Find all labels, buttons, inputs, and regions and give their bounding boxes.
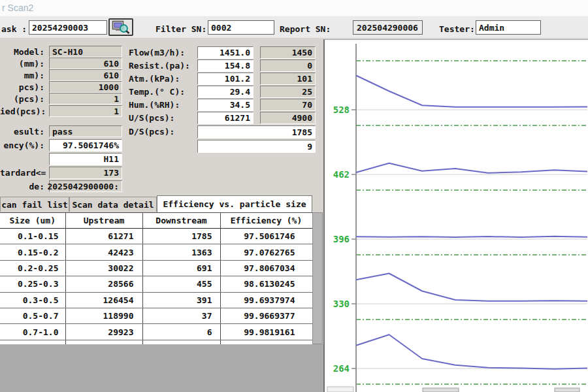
cell-downstream: 1785 [142,229,220,244]
filter-sn-input[interactable] [208,20,274,35]
axis-label-stub [327,387,353,392]
cell-upstream: 30022 [65,260,142,276]
cell-efficiency: 99.6937974 [220,292,312,308]
temp-value[interactable]: 29.4 [197,86,253,98]
qty-pcs-label: pcs): [0,82,44,92]
table-row[interactable]: 0.2-0.25 30022 691 97.8067034 [0,260,312,276]
height-mm-field: 610 [49,69,122,81]
cell-upstream: 42423 [65,244,142,260]
table-row[interactable]: 0.3-0.5 126454 391 99.6937974 [0,292,312,308]
resist-set: 0 [260,59,316,72]
chart-svg: 528462396330264 [325,40,588,392]
y-tick-label: 462 [333,169,350,180]
code-label: de: [0,182,44,191]
extra-value[interactable]: 9 [197,140,316,153]
cell-downstream: 6 [142,324,220,340]
standard-field: 173 [49,167,122,179]
title-bar: r Scan2 [0,0,588,16]
table-scrollbar[interactable] [312,212,323,344]
y-tick-label: 264 [333,363,350,374]
tab-scan-data-detail[interactable]: Scan data detail [69,197,157,212]
report-sn-value: 202504290006 [353,20,423,35]
resist-label: Resist.(pa): [129,61,190,71]
task-input[interactable] [29,20,107,35]
atm-value[interactable]: 101.2 [197,73,253,85]
hum-value[interactable]: 34.5 [197,99,253,111]
tab-scan-fail-list[interactable]: can fail list [0,197,69,212]
task-label: ask : [1,24,27,34]
pcs-label: (pcs): [0,94,44,104]
cell-size: 0.1-0.15 [0,229,65,244]
table-row[interactable]: 0.1-0.15 61271 1785 97.5061746 [0,229,312,244]
cell-upstream: 61271 [65,229,142,244]
cell-upstream: 118990 [65,308,142,323]
cell-size: 0.2-0.25 [0,260,65,276]
efficiency-field[interactable]: 97.5061746% [49,139,122,152]
height-mm-label: mm): [0,71,44,80]
table-row[interactable]: 0.15-0.2 42423 1363 97.0762765 [0,244,312,260]
series-band-462 [356,163,587,173]
y-tick-label: 396 [333,234,350,244]
cell-size: 0.15-0.2 [0,244,65,260]
col-header-size: Size (um) [0,213,65,229]
us-set: 4900 [260,112,316,124]
tab-page-background [0,344,323,392]
table-header-row: Size (um) Upstream Downstream Efficiency… [0,213,312,229]
cell-efficiency: 97.5061746 [220,229,312,244]
cell-downstream: 37 [142,308,220,323]
cell-efficiency: 99.9819161 [220,324,312,340]
cell-size: 0.25-0.3 [0,276,65,292]
table-row[interactable]: 0.7-1.0 29923 6 99.9819161 [0,324,312,340]
code-field: 2025042900000: [49,180,122,192]
cell-efficiency: 99.9669377 [220,308,312,323]
window-title: r Scan2 [2,3,33,13]
width-mm-label: (mm): [0,59,44,69]
result-label: esult: [0,127,44,137]
series-band-528 [356,76,587,107]
series-band-330 [356,274,587,301]
tested-pcs-field: 1 [49,105,122,117]
cell-upstream: 28566 [65,276,142,292]
cell-upstream: 126454 [65,292,142,308]
y-tick-label: 528 [333,105,350,115]
tester-label: Tester: [439,24,475,34]
flow-value[interactable]: 1451.0 [197,46,253,59]
tab-efficiency-vs-particle-size[interactable]: Efficiency vs. particle size [157,195,312,212]
efficiency-label: ency(%): [0,140,44,150]
efficiency-chart-panel: 528462396330264 [323,39,588,392]
hum-set: 70 [260,99,316,111]
ds-value[interactable]: 1785 [197,125,316,139]
resist-value[interactable]: 154.8 [197,59,253,72]
us-label: U/S(pcs): [129,113,174,123]
cell-downstream: 1363 [142,244,220,260]
filter-scan-window: { "window": { "title": "r Scan2" }, "too… [0,0,588,392]
particle-size-table: Size (um) Upstream Downstream Efficiency… [0,212,313,356]
report-sn-label: Report SN: [280,24,331,34]
us-value[interactable]: 61271 [197,112,253,124]
flow-set: 1450 [260,46,316,59]
atm-label: Atm.(kPa): [129,74,180,84]
cell-downstream: 391 [142,292,220,308]
standard-label: tardard<= [0,168,44,178]
model-field: SC-H10 [49,46,122,57]
qty-pcs-field: 1000 [49,81,122,93]
tester-input[interactable] [476,20,541,35]
series-band-396 [356,237,587,237]
temp-label: Temp.(° C): [129,87,185,97]
table-row[interactable]: 0.5-0.7 118990 37 99.9669377 [0,308,312,323]
table-row[interactable]: 0.25-0.3 28566 455 98.6130245 [0,276,312,292]
grade-field[interactable]: H11 [49,153,122,165]
cell-size: 0.7-1.0 [0,324,65,340]
col-header-downstream: Downstream [142,213,220,229]
cell-efficiency: 98.6130245 [220,276,312,292]
filter-sn-label: Filter SN: [155,24,206,34]
model-label: Model: [0,47,44,57]
task-search-button[interactable] [108,18,133,36]
col-header-upstream: Upstream [65,213,142,229]
cell-downstream: 691 [142,260,220,276]
cell-size: 0.3-0.5 [0,292,65,308]
cell-size: 0.5-0.7 [0,308,65,323]
temp-set: 25 [260,86,316,98]
cell-upstream: 29923 [65,324,142,340]
tested-pcs-label: ied(pcs): [0,106,44,116]
